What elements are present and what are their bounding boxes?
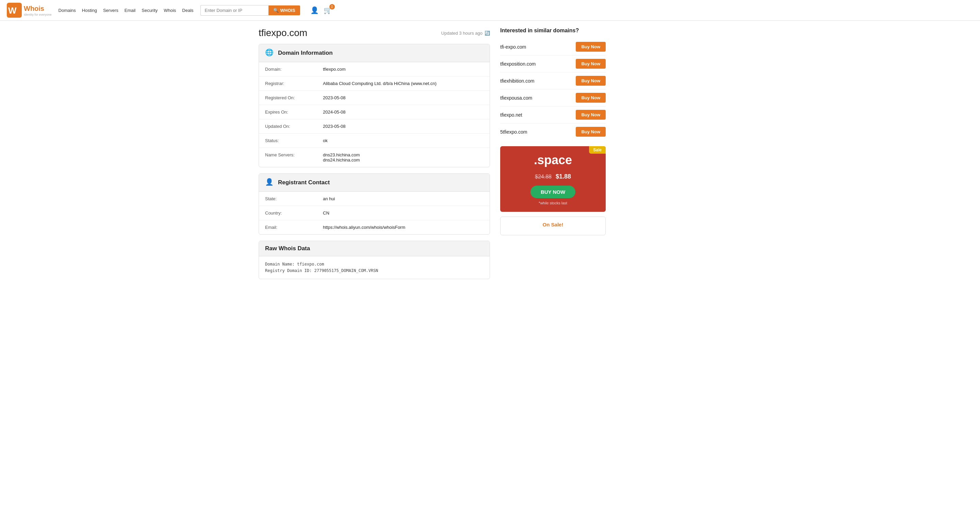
table-row: Expires On:2024-05-08 xyxy=(259,105,490,119)
list-item: 5tfiexpo.comBuy Now xyxy=(500,124,606,140)
sale-old-price: $24.88 xyxy=(535,174,552,179)
registrant-contact-card: 👤 Registrant Contact State:an huiCountry… xyxy=(259,173,490,235)
domain-info-table: Domain:tfiexpo.comRegistrar:Alibaba Clou… xyxy=(259,62,490,167)
search-input[interactable] xyxy=(200,5,269,16)
buy-now-button[interactable]: Buy Now xyxy=(576,93,606,103)
logo-link[interactable]: W Whois Identity for everyone xyxy=(7,3,52,17)
logo-icon: W xyxy=(7,3,22,17)
table-row: Name Servers:dns23.hichina.com dns24.hic… xyxy=(259,148,490,167)
nav-email[interactable]: Email xyxy=(124,8,136,13)
list-item: tfiexpousa.comBuy Now xyxy=(500,89,606,106)
table-row: Country:CN xyxy=(259,206,490,220)
site-header: W Whois Identity for everyone Domains Ho… xyxy=(0,0,980,21)
nav-list: Domains Hosting Servers Email Security W… xyxy=(59,8,194,13)
sale-fine-print: *while stocks last xyxy=(507,201,599,205)
sale-tld: .space xyxy=(507,153,599,167)
cart-count: 0 xyxy=(329,4,335,10)
list-item: tfiexhibition.comBuy Now xyxy=(500,72,606,89)
table-row: Domain:tfiexpo.com xyxy=(259,62,490,76)
table-row: State:an hui xyxy=(259,192,490,206)
raw-whois-header: Raw Whois Data xyxy=(259,241,490,256)
user-icon[interactable]: 👤 xyxy=(310,6,319,14)
buy-now-button[interactable]: Buy Now xyxy=(576,59,606,69)
person-icon: 👤 xyxy=(265,178,275,187)
table-row: Status:ok xyxy=(259,133,490,148)
row-value: Alibaba Cloud Computing Ltd. d/b/a HiChi… xyxy=(317,76,490,91)
search-button[interactable]: 🔍 WHOIS xyxy=(269,5,300,15)
on-sale-title: On Sale! xyxy=(505,222,601,227)
list-item: tfiexpo.netBuy Now xyxy=(500,106,606,124)
domain-info-header: 🌐 Domain Information xyxy=(259,44,490,62)
updated-info: Updated 3 hours ago 🔄 xyxy=(441,30,490,36)
domain-info-card: 🌐 Domain Information Domain:tfiexpo.comR… xyxy=(259,44,490,167)
row-value: ok xyxy=(317,133,490,148)
main-nav: Domains Hosting Servers Email Security W… xyxy=(59,8,194,13)
table-row: Registrar:Alibaba Cloud Computing Ltd. d… xyxy=(259,76,490,91)
domain-title: tfiexpo.com xyxy=(259,27,307,38)
interested-title: Interested in similar domains? xyxy=(500,27,606,34)
suggestion-domain-name: tfi-expo.com xyxy=(500,44,526,50)
nav-hosting[interactable]: Hosting xyxy=(82,8,97,13)
row-value: an hui xyxy=(317,192,490,206)
suggestion-domain-name: 5tfiexpo.com xyxy=(500,129,527,135)
logo-text: Whois xyxy=(24,5,44,12)
raw-whois-title: Raw Whois Data xyxy=(265,245,310,252)
raw-whois-line: Registry Domain ID: 2779055175_DOMAIN_CO… xyxy=(265,268,484,274)
row-label: Domain: xyxy=(259,62,317,76)
row-value: dns23.hichina.com dns24.hichina.com xyxy=(317,148,490,167)
cart-icon-wrapper[interactable]: 🛒 0 xyxy=(324,6,332,14)
row-label: Updated On: xyxy=(259,119,317,133)
nav-deals[interactable]: Deals xyxy=(182,8,193,13)
registrant-info-table: State:an huiCountry:CNEmail:https://whoi… xyxy=(259,192,490,234)
sale-banner: Sale .space $24.88 $1.88 BUY NOW *while … xyxy=(500,146,606,212)
header-icons: 👤 🛒 0 xyxy=(310,6,332,14)
table-row: Email:https://whois.aliyun.com/whois/who… xyxy=(259,220,490,235)
row-label: Email: xyxy=(259,220,317,235)
on-sale-card: On Sale! xyxy=(500,217,606,235)
nav-domains[interactable]: Domains xyxy=(59,8,76,13)
buy-now-button[interactable]: Buy Now xyxy=(576,76,606,86)
table-row: Registered On:2023-05-08 xyxy=(259,91,490,105)
registrant-title: Registrant Contact xyxy=(278,179,330,186)
row-label: State: xyxy=(259,192,317,206)
suggestion-domain-name: tfiexpousa.com xyxy=(500,95,532,101)
row-value: 2023-05-08 xyxy=(317,91,490,105)
row-value: https://whois.aliyun.com/whois/whoisForm xyxy=(317,220,490,235)
nav-security[interactable]: Security xyxy=(142,8,158,13)
row-value: CN xyxy=(317,206,490,220)
table-row: Updated On:2023-05-08 xyxy=(259,119,490,133)
sale-buy-button[interactable]: BUY NOW xyxy=(530,186,576,198)
buy-now-button[interactable]: Buy Now xyxy=(576,127,606,137)
sale-prices: $24.88 $1.88 xyxy=(507,170,599,181)
nav-whois[interactable]: Whois xyxy=(164,8,176,13)
domain-info-title: Domain Information xyxy=(278,50,333,56)
sale-new-price-value: 1.88 xyxy=(559,173,571,180)
refresh-icon[interactable]: 🔄 xyxy=(485,30,490,36)
domain-suggestions-list: tfi-expo.comBuy Nowtfiexposition.comBuy … xyxy=(500,38,606,140)
nav-servers[interactable]: Servers xyxy=(103,8,118,13)
suggestion-domain-name: tfiexposition.com xyxy=(500,61,536,67)
row-label: Country: xyxy=(259,206,317,220)
row-value: tfiexpo.com xyxy=(317,62,490,76)
globe-icon: 🌐 xyxy=(265,48,275,58)
main-column: tfiexpo.com Updated 3 hours ago 🔄 🌐 Doma… xyxy=(259,27,490,285)
buy-now-button[interactable]: Buy Now xyxy=(576,42,606,52)
suggestion-domain-name: tfiexpo.net xyxy=(500,112,522,117)
buy-now-button[interactable]: Buy Now xyxy=(576,110,606,120)
svg-text:W: W xyxy=(8,5,17,16)
raw-whois-card: Raw Whois Data Domain Name: tfiexpo.comR… xyxy=(259,241,490,279)
row-label: Registrar: xyxy=(259,76,317,91)
updated-text: Updated 3 hours ago xyxy=(441,30,482,36)
row-label: Expires On: xyxy=(259,105,317,119)
page-content: tfiexpo.com Updated 3 hours ago 🔄 🌐 Doma… xyxy=(252,21,728,292)
row-value: 2023-05-08 xyxy=(317,119,490,133)
search-icon: 🔍 xyxy=(273,8,279,13)
logo-subtitle: Identity for everyone xyxy=(24,13,52,16)
sidebar: Interested in similar domains? tfi-expo.… xyxy=(500,27,606,285)
sale-new-price: $1.88 xyxy=(556,170,571,181)
sale-new-price-symbol: $ xyxy=(556,173,559,180)
row-label: Name Servers: xyxy=(259,148,317,167)
search-button-label: WHOIS xyxy=(280,8,295,13)
raw-whois-line: Domain Name: tfiexpo.com xyxy=(265,261,484,268)
search-area: 🔍 WHOIS xyxy=(200,5,300,16)
